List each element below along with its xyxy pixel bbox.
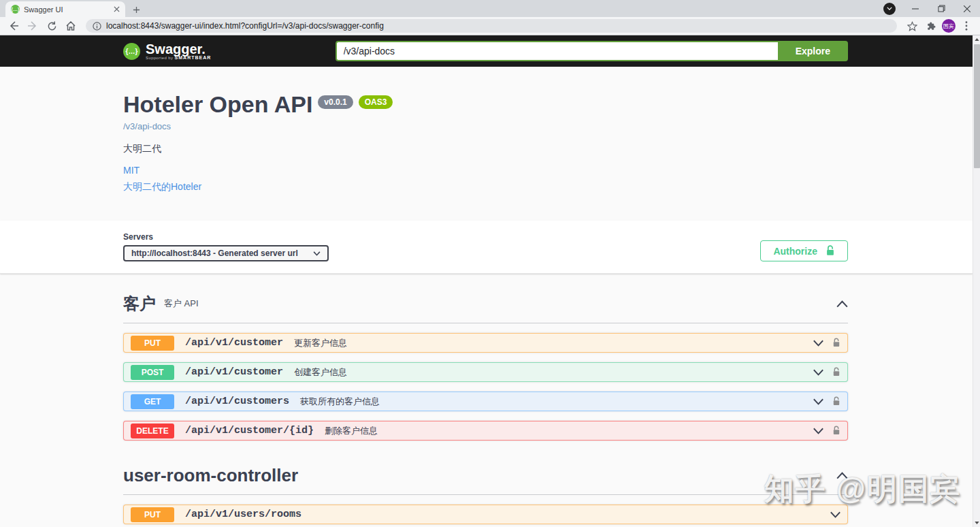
operation-summary: 获取所有的客户信息 bbox=[300, 396, 380, 408]
contact-link[interactable]: 大明二代的Hoteler bbox=[123, 181, 201, 193]
spec-url-input[interactable] bbox=[336, 41, 778, 61]
operation-path: /api/v1/customers bbox=[185, 396, 289, 407]
expand-operation-icon[interactable] bbox=[813, 340, 823, 347]
back-arrow-icon bbox=[8, 20, 19, 31]
section-header-customer[interactable]: 客户 客户 API bbox=[123, 289, 848, 323]
swagger-favicon-icon: {…} bbox=[11, 5, 20, 14]
star-icon bbox=[907, 21, 917, 31]
plus-icon bbox=[133, 6, 140, 14]
server-selected-option: http://localhost:8443 - Generated server… bbox=[131, 249, 298, 258]
extensions-button[interactable] bbox=[923, 18, 939, 34]
unlock-icon[interactable] bbox=[832, 338, 840, 348]
operation-path: /api/v1/customer bbox=[185, 366, 283, 378]
page-scrollbar[interactable] bbox=[973, 35, 980, 527]
operation-row[interactable]: POST /api/v1/customer 创建客户信息 bbox=[123, 362, 848, 382]
browser-tab[interactable]: {…} Swagger UI bbox=[5, 1, 125, 17]
unlock-icon[interactable] bbox=[832, 396, 840, 406]
kebab-menu-icon bbox=[965, 21, 968, 31]
profile-avatar[interactable]: 国宾 bbox=[942, 19, 956, 33]
method-badge: PUT bbox=[131, 336, 174, 351]
scroll-up-icon[interactable] bbox=[975, 35, 979, 44]
chevron-down-icon bbox=[887, 7, 892, 10]
operation-row[interactable]: GET /api/v1/customers 获取所有的客户信息 bbox=[123, 392, 848, 411]
expand-operation-icon[interactable] bbox=[813, 428, 823, 434]
home-button[interactable] bbox=[63, 18, 79, 34]
method-badge: POST bbox=[131, 365, 174, 380]
swagger-logo-icon: {…} bbox=[123, 43, 140, 60]
puzzle-icon bbox=[926, 21, 936, 31]
scheme-container: Servers http://localhost:8443 - Generate… bbox=[0, 221, 973, 274]
api-description: 大明二代 bbox=[123, 143, 848, 155]
unlock-icon bbox=[826, 245, 835, 257]
browser-menu-button[interactable] bbox=[958, 18, 975, 34]
section-title: 客户 bbox=[123, 293, 156, 315]
reload-button[interactable] bbox=[44, 18, 60, 34]
tab-title: Swagger UI bbox=[24, 5, 110, 14]
section-title: user-room-controller bbox=[123, 465, 298, 486]
swagger-logo: {…} Swagger. Supported by SMARTBEAR bbox=[123, 43, 211, 60]
new-tab-button[interactable] bbox=[128, 3, 144, 16]
operation-summary: 删除客户信息 bbox=[325, 425, 378, 437]
page-info-icon[interactable] bbox=[93, 22, 101, 31]
close-icon bbox=[964, 5, 970, 12]
info-section: Hoteler Open API v0.0.1 OAS3 /v3/api-doc… bbox=[0, 67, 973, 221]
chevron-down-icon bbox=[313, 251, 321, 256]
browser-titlebar: {…} Swagger UI bbox=[0, 0, 980, 17]
url-text: localhost:8443/swagger-ui/index.html?con… bbox=[106, 21, 384, 31]
unlock-icon[interactable] bbox=[832, 426, 840, 436]
operation-path: /api/v1/customer bbox=[185, 337, 283, 349]
unlock-icon[interactable] bbox=[832, 367, 840, 377]
scrollbar-thumb[interactable] bbox=[974, 44, 980, 168]
minimize-icon bbox=[912, 5, 919, 12]
collapse-section-icon[interactable] bbox=[836, 300, 848, 308]
section-header-user-room-controller[interactable]: user-room-controller bbox=[123, 461, 848, 495]
minimize-button[interactable] bbox=[902, 0, 928, 17]
operation-path: /api/v1/customer/{id} bbox=[185, 425, 314, 436]
back-button[interactable] bbox=[5, 18, 22, 34]
version-badge: v0.0.1 bbox=[318, 95, 353, 109]
operation-row[interactable]: PUT /api/v1/users/rooms bbox=[123, 505, 848, 524]
bookmark-button[interactable] bbox=[904, 18, 920, 34]
operation-row[interactable]: PUT /api/v1/customer 更新客户信息 bbox=[123, 333, 848, 353]
section-subtitle: 客户 API bbox=[164, 298, 199, 310]
page-viewport: {…} Swagger. Supported by SMARTBEAR Expl… bbox=[0, 35, 980, 527]
explore-button[interactable]: Explore bbox=[778, 41, 848, 61]
reload-icon bbox=[47, 21, 57, 31]
media-controls-icon[interactable] bbox=[883, 3, 896, 15]
license-link[interactable]: MIT bbox=[123, 165, 140, 176]
base-url-link[interactable]: /v3/api-docs bbox=[123, 121, 171, 131]
authorize-button[interactable]: Authorize bbox=[760, 240, 848, 261]
page-title: Hoteler Open API bbox=[123, 91, 312, 117]
restore-icon bbox=[938, 5, 945, 12]
browser-toolbar: localhost:8443/swagger-ui/index.html?con… bbox=[0, 17, 980, 35]
method-badge: DELETE bbox=[131, 424, 174, 438]
forward-arrow-icon bbox=[27, 20, 38, 31]
operations-list: 客户 客户 API PUT /api/v1/customer 更新客户信息 PO… bbox=[123, 274, 848, 527]
collapse-section-icon[interactable] bbox=[836, 472, 848, 479]
address-bar[interactable]: localhost:8443/swagger-ui/index.html?con… bbox=[86, 19, 897, 33]
swagger-topbar: {…} Swagger. Supported by SMARTBEAR Expl… bbox=[0, 35, 973, 67]
oas3-badge: OAS3 bbox=[359, 95, 393, 109]
authorize-label: Authorize bbox=[773, 246, 817, 257]
operation-path: /api/v1/users/rooms bbox=[185, 509, 301, 520]
brand-sub-prefix: Supported by bbox=[146, 56, 174, 60]
method-badge: PUT bbox=[131, 507, 174, 522]
method-badge: GET bbox=[131, 394, 174, 409]
tab-close-icon[interactable] bbox=[114, 6, 120, 12]
servers-label: Servers bbox=[123, 232, 329, 242]
operation-summary: 更新客户信息 bbox=[294, 337, 347, 349]
servers-select[interactable]: http://localhost:8443 - Generated server… bbox=[123, 245, 329, 261]
operation-row[interactable]: DELETE /api/v1/customer/{id} 删除客户信息 bbox=[123, 421, 848, 441]
close-window-button[interactable] bbox=[954, 0, 980, 17]
expand-operation-icon[interactable] bbox=[813, 369, 823, 376]
expand-operation-icon[interactable] bbox=[830, 511, 840, 518]
home-icon bbox=[65, 20, 76, 31]
expand-operation-icon[interactable] bbox=[813, 398, 823, 405]
restore-button[interactable] bbox=[928, 0, 954, 17]
scroll-down-icon[interactable] bbox=[975, 519, 979, 527]
operation-summary: 创建客户信息 bbox=[294, 366, 347, 379]
brand-name: Swagger. bbox=[146, 43, 211, 55]
brand-sub-name: SMARTBEAR bbox=[175, 55, 212, 60]
forward-button[interactable] bbox=[24, 18, 41, 34]
